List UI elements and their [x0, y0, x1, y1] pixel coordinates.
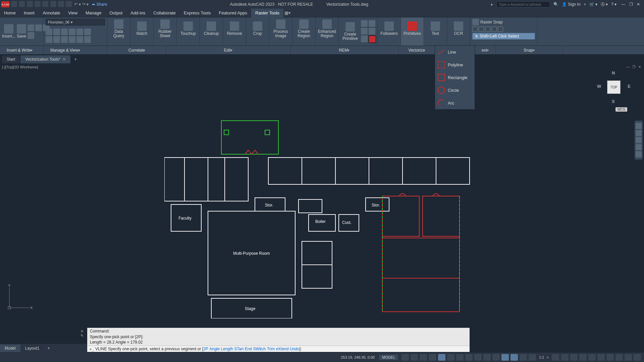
vp-close-icon[interactable]: ✕ — [637, 65, 642, 69]
st-plus-icon[interactable] — [561, 354, 569, 361]
insert-button[interactable]: Insert... — [2, 21, 15, 42]
qat-open-icon[interactable] — [19, 1, 25, 7]
close-tab-icon[interactable]: ✕ — [62, 57, 66, 62]
layout-model[interactable]: Model — [0, 345, 20, 352]
cmd-close-icon[interactable]: ✕✎ — [80, 329, 84, 338]
st-osnap-icon[interactable] — [447, 354, 454, 361]
tab-featuredapps[interactable]: Featured Apps — [215, 9, 251, 17]
snap-3-icon[interactable] — [485, 26, 490, 32]
mv-6-icon[interactable] — [84, 28, 91, 35]
st-gear-icon[interactable] — [552, 354, 559, 361]
minimize-icon[interactable]: — — [620, 2, 627, 7]
vp-max-icon[interactable]: ❐ — [631, 65, 636, 69]
st-polar-icon[interactable] — [429, 354, 436, 361]
crop-button[interactable]: Crop — [248, 19, 267, 39]
mv-5-icon[interactable] — [76, 28, 83, 35]
st-select-icon[interactable] — [511, 354, 518, 361]
qat-print-icon[interactable] — [66, 1, 72, 7]
mv-9-icon[interactable] — [61, 36, 68, 43]
tab-home[interactable]: Home — [0, 9, 20, 17]
remove-button[interactable]: Remove — [225, 19, 244, 39]
qat-new-icon[interactable] — [11, 1, 17, 7]
cmd-input[interactable]: ▸_ VLINE Specify one-pick point, select … — [87, 346, 470, 352]
restore-icon[interactable]: ❐ — [628, 2, 634, 7]
match-button[interactable]: Match — [132, 19, 151, 39]
tab-expresstools[interactable]: Express Tools — [180, 9, 215, 17]
nav-e[interactable]: E — [628, 84, 631, 89]
viewcube-top[interactable]: TOP — [607, 80, 621, 94]
undo-dropdown-icon[interactable]: ↶ ▾ — [74, 2, 80, 7]
ocr-button[interactable]: OCR — [449, 19, 468, 39]
rem-3-icon[interactable] — [361, 28, 368, 35]
prim-arc[interactable]: Arc — [435, 97, 475, 109]
touchup-button[interactable]: Touchup — [179, 19, 198, 39]
panel-insert-write[interactable]: Insert & Write — [0, 46, 44, 54]
tab-insert[interactable]: Insert — [20, 9, 39, 17]
st-gizmo-icon[interactable] — [520, 354, 527, 361]
st-isolate-icon[interactable] — [606, 354, 614, 361]
create-region-button[interactable]: Create Region — [294, 19, 313, 39]
mv-12-icon[interactable] — [84, 36, 91, 43]
tab-view[interactable]: View — [64, 9, 82, 17]
st-isodraft-icon[interactable] — [438, 354, 445, 361]
vp-min-icon[interactable]: — — [625, 65, 630, 69]
prim-polyline[interactable]: Polyline — [435, 58, 475, 71]
nav-wheel-icon[interactable] — [636, 123, 642, 129]
autodesk-app-icon[interactable]: Ⓐ ▾ — [601, 2, 608, 7]
prim-rectangle[interactable]: Rectangle — [435, 71, 475, 84]
mv-4-icon[interactable] — [69, 28, 75, 35]
iw-small-2-icon[interactable] — [35, 24, 42, 31]
iw-small-4-icon[interactable] — [28, 32, 34, 39]
st-units-icon[interactable] — [579, 354, 587, 361]
cart-icon[interactable]: 🛒 ▾ — [589, 2, 597, 7]
cleanup-button[interactable]: Cleanup — [202, 19, 221, 39]
text-button[interactable]: Text — [426, 19, 445, 39]
snap-4-icon[interactable] — [491, 26, 497, 32]
nav-w[interactable]: W — [597, 84, 601, 89]
panel-edit[interactable]: Edit — [166, 46, 290, 54]
tab-annotate[interactable]: Annotate — [39, 9, 64, 17]
panel-snap[interactable]: Snap — [496, 46, 563, 54]
st-hw-icon[interactable] — [615, 354, 623, 361]
mv-8-icon[interactable] — [53, 36, 60, 43]
panel-rem[interactable]: REM — [290, 46, 398, 54]
layout-add[interactable]: + — [44, 346, 53, 351]
mv-1-icon[interactable] — [46, 28, 52, 35]
st-annomon-icon[interactable] — [529, 354, 536, 361]
nav-orbit-icon[interactable] — [636, 144, 642, 150]
process-image-button[interactable]: Process Image — [271, 19, 290, 39]
followers-button[interactable]: Followers — [380, 19, 398, 39]
help-icon[interactable]: ? ▾ — [611, 2, 616, 7]
signin-button[interactable]: Sign In — [562, 2, 581, 7]
new-tab-button[interactable]: + — [71, 57, 80, 62]
close-icon[interactable]: ✕ — [635, 2, 641, 7]
tab-start[interactable]: Start — [2, 55, 20, 63]
st-lweight-icon[interactable] — [474, 354, 482, 361]
st-qprops-icon[interactable] — [588, 354, 596, 361]
save-button[interactable]: Save — [17, 21, 26, 42]
tab-addins[interactable]: Add-ins — [126, 9, 149, 17]
layer-dropdown[interactable]: Floorplan_06 — [46, 19, 105, 25]
st-custom-icon[interactable] — [634, 354, 641, 361]
status-mode[interactable]: MODEL — [379, 355, 398, 360]
mv-3-icon[interactable] — [61, 28, 68, 35]
nav-showmotion-icon[interactable] — [636, 151, 642, 157]
share-button[interactable]: Share — [92, 2, 107, 7]
snap-2-icon[interactable] — [479, 26, 484, 32]
st-otrack-icon[interactable] — [465, 354, 473, 361]
mv-10-icon[interactable] — [69, 36, 75, 43]
nav-s[interactable]: S — [612, 99, 615, 104]
rem-1-icon[interactable] — [361, 20, 368, 27]
drawing-viewport[interactable]: [-][Top][2D Wireframe] — ❐ ✕ N S E W TOP… — [0, 64, 644, 343]
search-input[interactable] — [496, 1, 550, 7]
enhanced-region-button[interactable]: Enhanced Region — [318, 19, 336, 39]
rem-color-swatch[interactable] — [369, 36, 376, 43]
layout-layout1[interactable]: Layout1 — [20, 345, 44, 352]
app-logo[interactable]: A CAD — [1, 1, 9, 7]
snap-5-icon[interactable] — [498, 26, 503, 32]
qat-saveas-icon[interactable] — [35, 1, 41, 7]
wcs-badge[interactable]: WCS — [615, 107, 627, 112]
st-monitor-icon[interactable] — [570, 354, 578, 361]
st-snap-icon[interactable] — [411, 354, 418, 361]
qat-plot-icon[interactable] — [42, 1, 48, 7]
